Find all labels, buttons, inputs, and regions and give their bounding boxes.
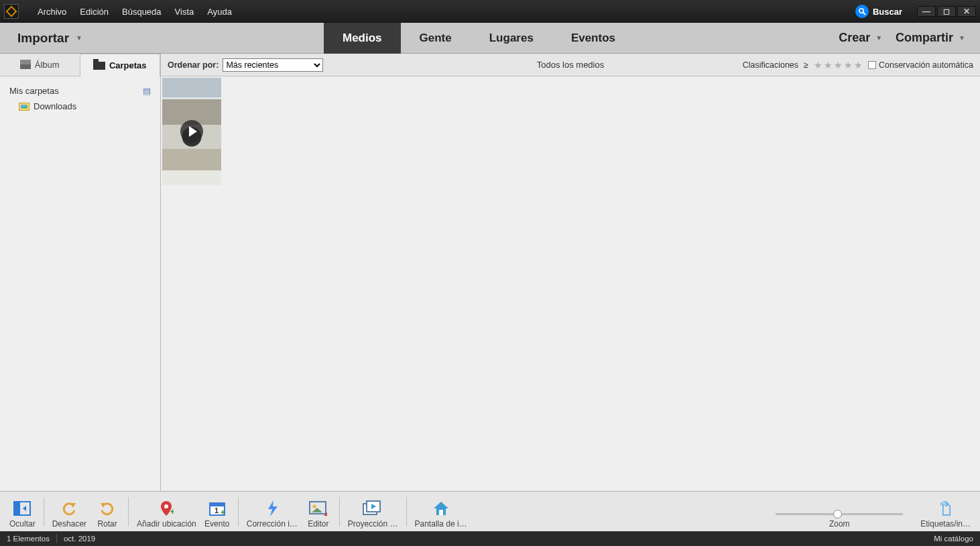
menu-edicion[interactable]: Edición <box>73 3 115 21</box>
sidebar-tab-album-label: Álbum <box>35 60 60 70</box>
svg-marker-6 <box>101 503 106 508</box>
tab-gente[interactable]: Gente <box>401 23 471 54</box>
add-location-button[interactable]: + Añadir ubicación <box>133 499 200 529</box>
zoom-slider[interactable] <box>776 513 903 515</box>
rotate-label: Rotar <box>97 519 117 529</box>
app-icon <box>4 4 19 19</box>
play-icon <box>180 120 203 143</box>
zoom-control: Zoom <box>776 513 903 529</box>
media-scope-label[interactable]: Todos los medios <box>537 60 604 70</box>
checkbox-icon <box>868 61 876 69</box>
create-button[interactable]: Crear ▼ <box>839 31 882 45</box>
album-icon <box>20 60 31 69</box>
tags-label: Etiquetas/in… <box>920 519 971 529</box>
tags-panel-button[interactable]: 🏷 Etiquetas/in… <box>916 499 975 529</box>
svg-marker-13 <box>268 500 278 516</box>
star-5[interactable]: ★ <box>854 60 863 70</box>
separator <box>406 497 407 527</box>
main-toolbar: Importar ▼ Medios Gente Lugares Eventos … <box>0 23 980 54</box>
sidebar-tab-folders[interactable]: Carpetas <box>80 54 161 76</box>
auto-curate-toggle[interactable]: Conservación automática <box>868 60 973 70</box>
menubar: Archivo Edición Búsqueda Vista Ayuda Bus… <box>0 0 980 23</box>
svg-text:+: + <box>221 508 225 516</box>
view-tabs: Medios Gente Lugares Eventos <box>324 23 634 54</box>
svg-marker-4 <box>23 506 26 511</box>
window-controls: — ◻ ✕ <box>917 6 976 17</box>
event-label: Evento <box>204 519 229 529</box>
chevron-down-icon: ▼ <box>875 34 882 42</box>
svg-marker-16 <box>312 508 322 512</box>
status-bar: 1 Elementos oct. 2019 Mi catálogo <box>0 531 980 546</box>
content: Álbum Carpetas Mis carpetas ▤ Downloads … <box>0 54 980 491</box>
slideshow-icon <box>363 499 383 518</box>
home-icon <box>432 499 450 518</box>
create-label: Crear <box>839 31 870 45</box>
tree-options-icon[interactable]: ▤ <box>143 86 151 96</box>
folder-icon <box>93 62 105 70</box>
rotate-button[interactable]: Rotar <box>90 499 124 529</box>
star-2[interactable]: ★ <box>824 60 833 70</box>
slideshow-label: Proyección … <box>348 519 398 529</box>
sort-label: Ordenar por: <box>168 60 219 70</box>
close-button[interactable]: ✕ <box>957 6 976 17</box>
menu-busqueda[interactable]: Búsqueda <box>115 3 168 21</box>
import-label: Importar <box>17 31 69 46</box>
import-button[interactable]: Importar ▼ <box>11 27 89 50</box>
zoom-slider-thumb[interactable] <box>833 510 842 518</box>
undo-label: Deshacer <box>52 519 86 529</box>
event-button[interactable]: 1+ Evento <box>200 499 234 529</box>
media-grid[interactable] <box>161 76 980 491</box>
rotate-icon <box>99 499 115 518</box>
separator <box>44 497 44 527</box>
svg-text:+: + <box>170 507 174 516</box>
svg-rect-3 <box>14 502 20 515</box>
auto-curate-label: Conservación automática <box>879 60 973 70</box>
tree-item-label: Downloads <box>34 101 76 111</box>
status-count: 1 Elementos <box>7 535 50 543</box>
chevron-down-icon: ▼ <box>76 34 82 42</box>
tree-item-downloads[interactable]: Downloads <box>0 99 160 114</box>
search-label: Buscar <box>873 7 902 17</box>
svg-text:1: 1 <box>215 506 219 514</box>
menu-ayuda[interactable]: Ayuda <box>200 3 239 21</box>
sidebar-tab-album[interactable]: Álbum <box>0 53 80 76</box>
menu-vista[interactable]: Vista <box>168 3 201 21</box>
hide-label: Ocultar <box>9 519 36 529</box>
maximize-button[interactable]: ◻ <box>937 6 956 17</box>
location-pin-icon: + <box>159 499 174 518</box>
editor-button[interactable]: Editor <box>302 499 335 529</box>
chevron-down-icon: ▼ <box>959 34 965 42</box>
bottom-toolbar: Ocultar Deshacer Rotar + Añadir ubicació… <box>0 491 980 531</box>
star-1[interactable]: ★ <box>814 60 822 70</box>
minimize-button[interactable]: — <box>917 6 936 17</box>
gte-symbol[interactable]: ≥ <box>804 60 808 70</box>
sort-select[interactable]: Más recientes <box>223 58 323 72</box>
tab-lugares[interactable]: Lugares <box>471 23 552 54</box>
tab-medios[interactable]: Medios <box>324 23 401 54</box>
share-button[interactable]: Compartir ▼ <box>896 31 965 45</box>
svg-line-1 <box>863 13 865 15</box>
star-4[interactable]: ★ <box>844 60 853 70</box>
tab-eventos[interactable]: Eventos <box>552 23 634 54</box>
editor-label: Editor <box>308 519 328 529</box>
start-screen-button[interactable]: Pantalla de i… <box>411 499 471 529</box>
search-button[interactable]: Buscar <box>850 2 908 21</box>
slideshow-button[interactable]: Proyección … <box>344 499 402 529</box>
svg-point-15 <box>312 505 316 508</box>
svg-rect-22 <box>439 510 443 515</box>
sidebar-body: Mis carpetas ▤ Downloads <box>0 76 160 121</box>
instant-fix-label: Corrección i… <box>247 519 298 529</box>
start-screen-label: Pantalla de i… <box>415 519 467 529</box>
my-folders-label: Mis carpetas <box>9 86 59 96</box>
undo-button[interactable]: Deshacer <box>48 499 90 529</box>
instant-fix-button[interactable]: Corrección i… <box>243 499 302 529</box>
menu-archivo[interactable]: Archivo <box>31 3 73 21</box>
svg-point-0 <box>859 9 863 13</box>
svg-point-7 <box>164 504 168 508</box>
hide-panel-button[interactable]: Ocultar <box>5 499 40 529</box>
calendar-icon: 1+ <box>208 499 226 518</box>
star-3[interactable]: ★ <box>834 60 843 70</box>
sidebar-tabs: Álbum Carpetas <box>0 54 160 76</box>
filter-bar: Ordenar por: Más recientes Todos los med… <box>161 54 980 76</box>
media-thumbnail[interactable] <box>162 78 221 185</box>
